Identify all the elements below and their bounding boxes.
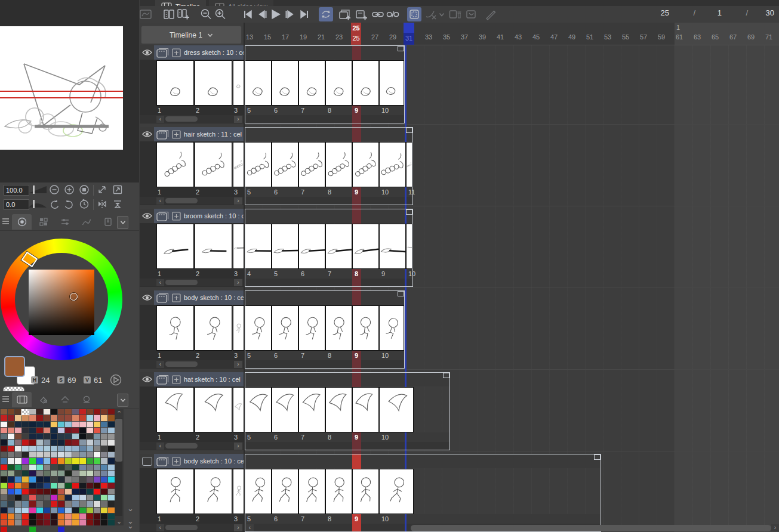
palette-swatch[interactable] [22,519,29,525]
tab-color-set-palette[interactable] [12,392,32,407]
track-scroll-thumb[interactable] [165,361,198,367]
palette-swatch[interactable] [22,446,29,451]
track-scroll-left[interactable]: ‹ [156,524,164,531]
reset-zoom-icon[interactable] [112,184,124,196]
palette-swatch[interactable] [44,452,50,457]
palette-swatch[interactable] [1,489,7,494]
palette-swatch[interactable] [72,495,79,500]
palette-swatch[interactable] [58,452,64,457]
palette-swatch[interactable] [15,409,21,415]
palette-swatch[interactable] [87,519,93,525]
reset-display-icon[interactable] [112,199,124,211]
palette-swatch[interactable] [65,495,72,500]
palette-swatch[interactable] [8,440,14,445]
rotation-value-field[interactable]: 0.0 [4,199,29,210]
ruler-frame-label[interactable]: 71 [764,33,779,41]
cel-thumbnail[interactable] [195,142,232,187]
layer-visibility-toggle[interactable] [140,45,154,60]
palette-swatch[interactable] [29,409,36,415]
zoom-out-icon[interactable] [199,7,213,21]
timeline-graph-icon[interactable] [138,7,153,21]
palette-swatch[interactable] [108,465,115,470]
palette-swatch[interactable] [72,415,79,420]
cel-thumbnail[interactable] [379,387,414,432]
palette-swatch[interactable] [8,428,14,433]
palette-swatch[interactable] [94,471,100,476]
palette-swatch[interactable] [44,415,50,420]
palette-swatch[interactable] [8,501,14,506]
layer-visibility-toggle[interactable] [140,290,154,305]
ruler-frame-label[interactable]: 45 [531,33,550,41]
cel-thumbnail[interactable] [233,469,244,514]
palette-swatch[interactable] [22,434,29,439]
cel-thumbnail[interactable] [298,305,325,351]
palette-swatch[interactable] [36,495,43,500]
palette-swatch[interactable] [51,489,57,494]
palette-swatch[interactable] [87,483,93,488]
track-scroll-left[interactable]: ‹ [156,279,164,286]
palette-swatch[interactable] [65,514,72,519]
palette-swatch[interactable] [51,428,57,433]
cel-thumbnail[interactable] [298,224,325,269]
cel-thumbnail[interactable] [156,142,194,187]
track-scroll-right[interactable]: › [234,116,242,123]
color-mixer-icon[interactable] [109,373,122,386]
palette-scroll-up-icon[interactable]: ⌃ [115,410,124,416]
onion-skin-icon[interactable] [407,7,421,21]
palette-scroll-down-icon[interactable]: ⌄ [115,518,124,524]
delete-cel-icon[interactable] [448,7,462,21]
palette-swatch[interactable] [58,508,64,513]
frame-ruler[interactable]: 1 13151719212327293335373941434547495153… [245,23,779,45]
cel-thumbnail[interactable] [352,387,379,432]
palette-swatch[interactable] [44,440,50,445]
track-scroll-thumb[interactable] [165,443,198,449]
timeline-hscroll-thumb[interactable] [411,525,771,531]
palette-swatch[interactable] [29,489,36,494]
ruler-frame-label[interactable]: 37 [460,33,479,41]
cel-thumbnail[interactable] [233,60,244,106]
cel-thumbnail[interactable] [298,387,325,432]
track-scroll-right[interactable]: › [234,524,242,531]
rotation-slider[interactable] [29,199,47,209]
palette-swatch[interactable] [51,471,57,476]
cel-thumbnail[interactable] [379,60,404,106]
palette-swatch[interactable] [1,422,7,427]
cel-thumbnail[interactable] [272,387,298,432]
reset-rotation-icon[interactable] [79,199,91,211]
palette-swatch[interactable] [1,519,7,525]
palette-swatch[interactable] [108,483,115,488]
palette-swatch[interactable] [79,508,86,513]
palette-swatch[interactable] [51,409,57,415]
palette-swatch[interactable] [22,501,29,506]
palette-swatch[interactable] [87,501,93,506]
palette-swatch[interactable] [36,422,43,427]
palette-swatch[interactable] [15,483,21,488]
palette-swatch[interactable] [44,501,50,506]
palette-swatch[interactable] [87,514,93,519]
palette-swatch[interactable] [94,434,100,439]
palette-swatch[interactable] [29,428,36,433]
zoom-in-icon[interactable] [213,7,227,21]
cel-thumbnail[interactable] [325,224,352,269]
palette-swatch[interactable] [44,514,50,519]
palette-swatch[interactable] [1,440,7,445]
palette-swatch[interactable] [29,477,36,482]
palette-swatch[interactable] [79,465,86,470]
palette-swatch[interactable] [51,508,57,513]
palette-swatch[interactable] [51,458,57,463]
palette-swatch[interactable] [65,477,72,482]
palette-swatch[interactable] [1,483,7,488]
expand-track-icon[interactable] [172,212,181,221]
cel-thumbnail[interactable] [406,224,412,269]
palette-swatch[interactable] [44,465,50,470]
palette-swatch[interactable] [22,465,29,470]
palette-swatch[interactable] [29,452,36,457]
cel-thumbnail[interactable] [245,60,272,106]
palette-swatch[interactable] [44,483,50,488]
palette-swatch[interactable] [94,465,100,470]
cel-thumbnail[interactable] [352,142,379,187]
palette-swatch[interactable] [44,477,50,482]
track-scroll-thumb[interactable] [165,116,198,122]
palette-swatch[interactable] [79,519,86,525]
palette-swatch[interactable] [58,422,64,427]
